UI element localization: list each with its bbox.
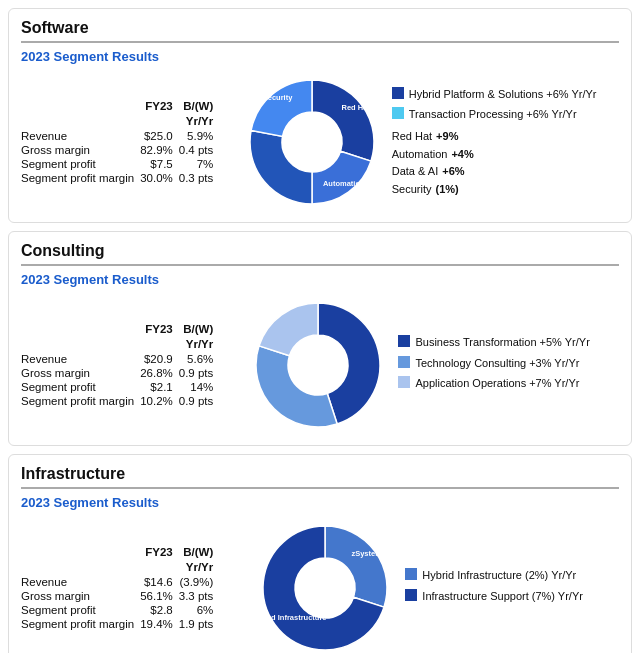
row-label: Segment profit	[21, 603, 140, 617]
sub-legend-val: (1%)	[435, 181, 458, 199]
row-change: 5.6%	[179, 352, 220, 366]
software-chart-area: Red HatAutomationSecurity Hybrid Platfor…	[219, 72, 619, 212]
sub-legend-item: Security (1%)	[392, 181, 597, 199]
row-label: Segment profit	[21, 380, 140, 394]
consulting-card-body: FY23 B/(W) Yr/Yr Revenue $20.9 5.6% Gros…	[21, 295, 619, 435]
software-results-label: 2023 Segment Results	[21, 49, 619, 64]
row-label: Segment profit margin	[21, 617, 140, 631]
financial-row: Revenue $25.0 5.9%	[21, 129, 219, 143]
software-donut-chart: Red HatAutomationSecurity	[242, 72, 382, 212]
legend-color-swatch	[392, 87, 404, 99]
segment-card-consulting: Consulting2023 Segment Results FY23 B/(W…	[8, 231, 632, 446]
financial-row: Revenue $14.6 (3.9%)	[21, 575, 219, 589]
legend-color-swatch	[405, 589, 417, 601]
legend-color-swatch	[398, 376, 410, 388]
row-change: 0.9 pts	[179, 366, 220, 380]
row-label: Revenue	[21, 575, 140, 589]
legend-label: Application Operations +7% Yr/Yr	[415, 375, 579, 393]
row-change: 6%	[179, 603, 220, 617]
row-fy23: $2.1	[140, 380, 179, 394]
infrastructure-col2-header: B/(W)	[179, 545, 220, 560]
row-fy23: 10.2%	[140, 394, 179, 408]
row-change: 1.9 pts	[179, 617, 220, 631]
legend-item: Hybrid Infrastructure (2%) Yr/Yr	[405, 567, 583, 585]
row-label: Revenue	[21, 352, 140, 366]
sub-legend-item: Red Hat +9%	[392, 128, 597, 146]
financial-row: Segment profit margin 19.4% 1.9 pts	[21, 617, 219, 631]
financial-row: Revenue $20.9 5.6%	[21, 352, 219, 366]
row-change: 0.9 pts	[179, 394, 220, 408]
financial-row: Gross margin 56.1% 3.3 pts	[21, 589, 219, 603]
software-sub-legend: Red Hat +9%Automation +4%Data & AI +6%Se…	[392, 128, 597, 198]
sub-legend-name: Data & AI	[392, 163, 438, 181]
row-change: 5.9%	[179, 129, 220, 143]
software-legend: Hybrid Platform & Solutions +6% Yr/Yr Tr…	[392, 86, 597, 199]
row-fy23: $25.0	[140, 129, 179, 143]
legend-item: Business Transformation +5% Yr/Yr	[398, 334, 589, 352]
segment-card-software: Software2023 Segment Results FY23 B/(W) …	[8, 8, 632, 223]
infrastructure-title: Infrastructure	[21, 465, 619, 489]
financial-row: Segment profit $2.1 14%	[21, 380, 219, 394]
consulting-col2-sub: Yr/Yr	[179, 337, 220, 352]
row-change: 0.4 pts	[179, 143, 220, 157]
software-col2-sub: Yr/Yr	[179, 114, 220, 129]
legend-item: Technology Consulting +3% Yr/Yr	[398, 355, 589, 373]
legend-label: Hybrid Infrastructure (2%) Yr/Yr	[422, 567, 576, 585]
row-change: (3.9%)	[179, 575, 220, 589]
consulting-title: Consulting	[21, 242, 619, 266]
legend-label: Business Transformation +5% Yr/Yr	[415, 334, 589, 352]
infrastructure-chart-area: zSystemsDistributed Infrastructure Hybri…	[219, 518, 619, 653]
infrastructure-col1-header: FY23	[140, 545, 179, 560]
sub-legend-item: Data & AI +6%	[392, 163, 597, 181]
legend-label: Hybrid Platform & Solutions +6% Yr/Yr	[409, 86, 597, 104]
legend-label: Technology Consulting +3% Yr/Yr	[415, 355, 579, 373]
sub-legend-val: +6%	[442, 163, 464, 181]
legend-label: Transaction Processing +6% Yr/Yr	[409, 106, 577, 124]
svg-text:Distributed Infrastructure: Distributed Infrastructure	[255, 613, 327, 622]
sub-legend-item: Automation +4%	[392, 146, 597, 164]
consulting-col1-header: FY23	[140, 322, 179, 337]
svg-text:Automation: Automation	[323, 179, 365, 188]
row-change: 14%	[179, 380, 220, 394]
row-label: Gross margin	[21, 589, 140, 603]
legend-color-swatch	[398, 356, 410, 368]
segment-card-infrastructure: Infrastructure2023 Segment Results FY23 …	[8, 454, 632, 653]
financial-row: Gross margin 26.8% 0.9 pts	[21, 366, 219, 380]
legend-item: Transaction Processing +6% Yr/Yr	[392, 106, 597, 124]
infrastructure-results-label: 2023 Segment Results	[21, 495, 619, 510]
row-label: Segment profit margin	[21, 394, 140, 408]
row-fy23: 56.1%	[140, 589, 179, 603]
row-label: Gross margin	[21, 366, 140, 380]
legend-color-swatch	[405, 568, 417, 580]
legend-color-swatch	[398, 335, 410, 347]
legend-color-swatch	[392, 107, 404, 119]
financial-row: Segment profit $7.5 7%	[21, 157, 219, 171]
svg-text:zSystems: zSystems	[352, 549, 387, 558]
software-card-body: FY23 B/(W) Yr/Yr Revenue $25.0 5.9% Gros…	[21, 72, 619, 212]
software-col1-header: FY23	[140, 99, 179, 114]
legend-item: Infrastructure Support (7%) Yr/Yr	[405, 588, 583, 606]
infrastructure-col2-sub: Yr/Yr	[179, 560, 220, 575]
row-label: Gross margin	[21, 143, 140, 157]
consulting-chart-area: Business Transformation +5% Yr/Yr Techno…	[219, 295, 619, 435]
infrastructure-donut-chart: zSystemsDistributed Infrastructure	[255, 518, 395, 653]
infrastructure-financials: FY23 B/(W) Yr/Yr Revenue $14.6 (3.9%) Gr…	[21, 545, 219, 631]
consulting-legend: Business Transformation +5% Yr/Yr Techno…	[398, 334, 589, 396]
financial-row: Segment profit margin 10.2% 0.9 pts	[21, 394, 219, 408]
consulting-results-label: 2023 Segment Results	[21, 272, 619, 287]
svg-point-5	[295, 558, 355, 618]
row-fy23: $7.5	[140, 157, 179, 171]
sub-legend-name: Automation	[392, 146, 448, 164]
row-fy23: $14.6	[140, 575, 179, 589]
financial-row: Segment profit $2.8 6%	[21, 603, 219, 617]
infrastructure-legend: Hybrid Infrastructure (2%) Yr/Yr Infrast…	[405, 567, 583, 608]
row-label: Segment profit	[21, 157, 140, 171]
row-change: 7%	[179, 157, 220, 171]
row-fy23: $20.9	[140, 352, 179, 366]
row-fy23: 19.4%	[140, 617, 179, 631]
sub-legend-name: Security	[392, 181, 432, 199]
svg-point-0	[282, 112, 342, 172]
row-fy23: 30.0%	[140, 171, 179, 185]
row-fy23: $2.8	[140, 603, 179, 617]
software-financials: FY23 B/(W) Yr/Yr Revenue $25.0 5.9% Gros…	[21, 99, 219, 185]
